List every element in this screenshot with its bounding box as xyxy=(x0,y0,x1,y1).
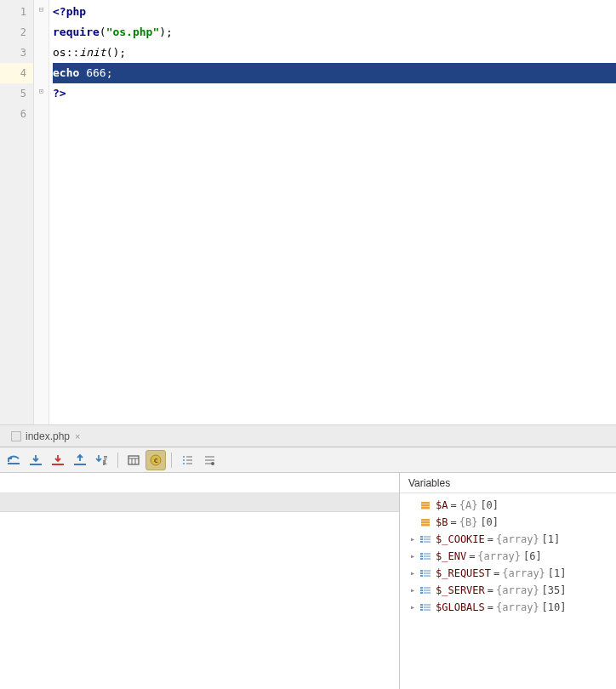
frames-body xyxy=(0,512,399,689)
svg-rect-27 xyxy=(421,521,430,524)
svg-rect-50 xyxy=(424,589,431,591)
frames-header xyxy=(0,473,399,493)
force-step-into-button[interactable] xyxy=(48,450,68,470)
debug-toolbar: I c xyxy=(0,447,616,473)
svg-rect-54 xyxy=(424,604,431,606)
svg-rect-3 xyxy=(30,464,42,465)
code-content[interactable]: <?php require("os.php"); os::init(); ech… xyxy=(49,0,616,424)
run-to-cursor-button[interactable]: I xyxy=(92,450,112,470)
svg-rect-52 xyxy=(424,592,431,594)
code-line: <?php xyxy=(53,2,616,22)
fold-gutter[interactable]: ⊟ ⊡ xyxy=(34,0,49,424)
svg-rect-39 xyxy=(420,558,423,560)
toolbar-separator xyxy=(171,453,172,468)
variable-row[interactable]: ▸$GLOBALS = {array}[10] xyxy=(400,599,616,616)
code-line xyxy=(53,104,616,124)
svg-text:c: c xyxy=(154,456,158,464)
expand-arrow-icon[interactable]: ▸ xyxy=(407,599,419,616)
svg-rect-47 xyxy=(420,587,423,589)
frame-row[interactable] xyxy=(0,493,399,512)
variable-size: [0] xyxy=(480,514,499,531)
svg-rect-2 xyxy=(8,463,20,464)
svg-rect-37 xyxy=(420,555,423,557)
code-line: ?> xyxy=(53,83,616,104)
svg-rect-1 xyxy=(12,432,20,441)
line-number: 4 xyxy=(0,63,33,83)
array-icon xyxy=(419,549,432,563)
expand-arrow-icon[interactable]: ▸ xyxy=(407,582,419,599)
svg-rect-51 xyxy=(420,592,423,594)
variable-name: $A xyxy=(436,497,448,514)
code-line: require("os.php"); xyxy=(53,22,616,43)
variables-list[interactable]: $A = {A}[0]$B = {B}[0]▸$_COOKIE = {array… xyxy=(400,493,616,619)
svg-rect-26 xyxy=(421,519,430,521)
code-line-current: echo 666; xyxy=(53,63,616,83)
svg-rect-46 xyxy=(424,575,431,577)
debug-panel: Variables $A = {A}[0]$B = {B}[0]▸$_COOKI… xyxy=(0,473,616,689)
svg-rect-25 xyxy=(421,507,430,510)
line-number: 1 xyxy=(0,2,33,22)
svg-point-22 xyxy=(211,462,214,465)
variable-row[interactable]: $B = {B}[0] xyxy=(400,514,616,531)
variable-size: [1] xyxy=(542,531,561,548)
svg-rect-34 xyxy=(424,541,431,543)
svg-rect-5 xyxy=(74,464,86,465)
svg-rect-45 xyxy=(420,575,423,577)
svg-rect-29 xyxy=(420,536,423,538)
line-number: 2 xyxy=(0,22,33,43)
svg-rect-4 xyxy=(52,464,64,465)
variable-type: {array} xyxy=(502,565,545,582)
svg-rect-42 xyxy=(424,570,431,572)
variable-name: $_REQUEST xyxy=(436,565,491,582)
svg-rect-38 xyxy=(424,555,431,557)
variable-name: $_COOKIE xyxy=(436,531,485,548)
variables-panel: Variables $A = {A}[0]$B = {B}[0]▸$_COOKI… xyxy=(400,473,616,689)
expand-arrow-icon[interactable]: ▸ xyxy=(407,548,419,565)
step-over-button[interactable] xyxy=(3,450,24,470)
fold-start-icon[interactable]: ⊟ xyxy=(37,5,46,14)
console-toggle-button[interactable]: c xyxy=(145,450,166,470)
expand-arrow-icon[interactable]: ▸ xyxy=(407,565,419,582)
code-editor[interactable]: 1 2 3 4 5 6 ⊟ ⊡ <?php require("os.php");… xyxy=(0,0,616,425)
svg-rect-41 xyxy=(420,570,423,572)
array-icon xyxy=(419,584,432,597)
array-icon xyxy=(419,567,432,580)
variable-row[interactable]: ▸$_ENV = {array}[6] xyxy=(400,548,616,565)
file-tab[interactable]: index.php × xyxy=(3,427,87,446)
step-out-button[interactable] xyxy=(70,450,90,470)
variable-size: [35] xyxy=(542,582,567,599)
variable-row[interactable]: $A = {A}[0] xyxy=(400,497,616,514)
frames-panel[interactable] xyxy=(0,473,400,689)
svg-rect-44 xyxy=(424,572,431,574)
variable-size: [0] xyxy=(480,497,499,514)
variable-row[interactable]: ▸$_COOKIE = {array}[1] xyxy=(400,531,616,548)
svg-rect-35 xyxy=(420,553,423,555)
svg-rect-48 xyxy=(424,587,431,589)
variable-type: {array} xyxy=(496,582,539,599)
settings-button[interactable] xyxy=(199,450,220,470)
svg-rect-56 xyxy=(424,606,431,608)
variable-row[interactable]: ▸$_REQUEST = {array}[1] xyxy=(400,565,616,582)
svg-rect-43 xyxy=(420,572,423,574)
variable-size: [6] xyxy=(523,548,542,565)
field-icon xyxy=(419,515,432,529)
close-tab-icon[interactable]: × xyxy=(75,431,80,441)
evaluate-expression-button[interactable] xyxy=(123,450,144,470)
fold-end-icon[interactable]: ⊡ xyxy=(37,87,46,96)
svg-rect-33 xyxy=(420,541,423,543)
svg-rect-55 xyxy=(420,606,423,608)
expand-arrow-icon[interactable]: ▸ xyxy=(407,531,419,548)
watches-button[interactable] xyxy=(177,450,197,470)
svg-rect-7 xyxy=(128,456,139,464)
variable-name: $B xyxy=(436,514,448,531)
svg-rect-28 xyxy=(421,524,430,527)
variable-name: $_ENV xyxy=(436,548,466,565)
svg-rect-58 xyxy=(424,609,431,611)
variable-size: [1] xyxy=(548,565,567,582)
variable-type: {B} xyxy=(459,514,478,531)
variable-name: $_SERVER xyxy=(436,582,485,599)
variable-row[interactable]: ▸$_SERVER = {array}[35] xyxy=(400,582,616,599)
step-into-button[interactable] xyxy=(26,450,46,470)
variable-type: {array} xyxy=(477,548,521,565)
line-number: 3 xyxy=(0,43,33,63)
